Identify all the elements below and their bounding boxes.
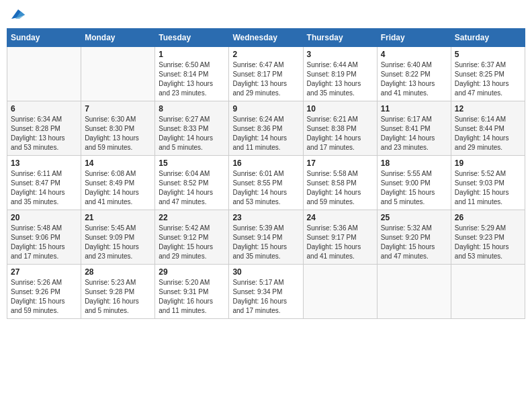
daylight-text: Daylight: 16 hours and 11 minutes.	[159, 297, 225, 316]
sunrise-text: Sunrise: 6:47 AM	[232, 60, 299, 70]
sunrise-text: Sunrise: 6:30 AM	[85, 115, 151, 124]
daylight-text: Daylight: 13 hours and 59 minutes.	[85, 134, 151, 152]
sunrise-text: Sunrise: 6:14 AM	[455, 115, 521, 124]
calendar-table: Sunday Monday Tuesday Wednesday Thursday…	[7, 28, 525, 319]
day-info: Sunrise: 6:17 AMSunset: 8:41 PMDaylight:…	[381, 115, 447, 152]
daylight-text: Daylight: 15 hours and 11 minutes.	[455, 188, 521, 207]
calendar-cell: 27Sunrise: 5:26 AMSunset: 9:26 PMDayligh…	[7, 265, 81, 319]
sunset-text: Sunset: 9:20 PM	[381, 233, 447, 242]
day-info: Sunrise: 5:45 AMSunset: 9:09 PMDaylight:…	[85, 224, 151, 261]
calendar-cell: 1Sunrise: 6:50 AMSunset: 8:14 PMDaylight…	[155, 47, 229, 101]
sunrise-text: Sunrise: 5:52 AM	[455, 169, 521, 179]
sunset-text: Sunset: 9:14 PM	[232, 233, 299, 242]
header-tuesday: Tuesday	[155, 29, 229, 47]
day-number: 8	[159, 104, 225, 113]
day-number: 23	[232, 213, 299, 222]
sunrise-text: Sunrise: 5:39 AM	[232, 224, 299, 233]
calendar-cell: 2Sunrise: 6:47 AMSunset: 8:17 PMDaylight…	[229, 47, 303, 101]
header-sunday: Sunday	[7, 29, 81, 47]
calendar-cell	[451, 265, 525, 319]
day-number: 28	[85, 267, 151, 277]
day-info: Sunrise: 5:39 AMSunset: 9:14 PMDaylight:…	[232, 224, 299, 261]
day-number: 2	[232, 50, 299, 59]
sunset-text: Sunset: 8:58 PM	[307, 179, 373, 188]
calendar-cell: 12Sunrise: 6:14 AMSunset: 8:44 PMDayligh…	[451, 101, 525, 156]
calendar-cell: 30Sunrise: 5:17 AMSunset: 9:34 PMDayligh…	[229, 265, 303, 319]
sunset-text: Sunset: 9:28 PM	[85, 287, 151, 297]
day-number: 16	[232, 158, 299, 168]
header-thursday: Thursday	[303, 29, 377, 47]
day-number: 18	[381, 158, 447, 168]
logo	[9, 7, 25, 23]
day-number: 11	[381, 104, 447, 113]
calendar-cell: 5Sunrise: 6:37 AMSunset: 8:25 PMDaylight…	[451, 47, 525, 101]
sunset-text: Sunset: 9:23 PM	[455, 233, 521, 242]
daylight-text: Daylight: 16 hours and 17 minutes.	[232, 297, 299, 316]
sunrise-text: Sunrise: 6:24 AM	[232, 115, 299, 124]
calendar-cell	[81, 47, 155, 101]
header-monday: Monday	[81, 29, 155, 47]
sunset-text: Sunset: 9:31 PM	[159, 287, 225, 297]
sunset-text: Sunset: 9:06 PM	[11, 233, 77, 242]
day-info: Sunrise: 5:20 AMSunset: 9:31 PMDaylight:…	[159, 278, 225, 316]
calendar-cell	[303, 265, 377, 319]
day-info: Sunrise: 5:42 AMSunset: 9:12 PMDaylight:…	[159, 224, 225, 261]
calendar-cell: 16Sunrise: 6:01 AMSunset: 8:55 PMDayligh…	[229, 156, 303, 210]
daylight-text: Daylight: 15 hours and 5 minutes.	[381, 188, 447, 207]
daylight-text: Daylight: 14 hours and 35 minutes.	[11, 188, 77, 207]
day-number: 24	[307, 213, 373, 222]
logo-wing-icon	[10, 8, 25, 23]
day-info: Sunrise: 6:47 AMSunset: 8:17 PMDaylight:…	[232, 60, 299, 98]
sunset-text: Sunset: 8:36 PM	[232, 124, 299, 134]
day-info: Sunrise: 5:29 AMSunset: 9:23 PMDaylight:…	[455, 224, 521, 261]
day-number: 29	[159, 267, 225, 277]
sunrise-text: Sunrise: 5:42 AM	[159, 224, 225, 233]
sunset-text: Sunset: 8:33 PM	[159, 124, 225, 134]
daylight-text: Daylight: 13 hours and 35 minutes.	[307, 79, 373, 98]
daylight-text: Daylight: 16 hours and 5 minutes.	[85, 297, 151, 316]
calendar-cell: 25Sunrise: 5:32 AMSunset: 9:20 PMDayligh…	[377, 210, 451, 265]
calendar-cell: 10Sunrise: 6:21 AMSunset: 8:38 PMDayligh…	[303, 101, 377, 156]
sunrise-text: Sunrise: 5:26 AM	[11, 278, 77, 287]
day-number: 22	[159, 213, 225, 222]
sunset-text: Sunset: 9:00 PM	[381, 179, 447, 188]
daylight-text: Daylight: 14 hours and 17 minutes.	[307, 134, 373, 152]
sunrise-text: Sunrise: 6:27 AM	[159, 115, 225, 124]
sunset-text: Sunset: 8:14 PM	[159, 70, 225, 79]
daylight-text: Daylight: 14 hours and 29 minutes.	[455, 134, 521, 152]
daylight-text: Daylight: 13 hours and 41 minutes.	[381, 79, 447, 98]
sunrise-text: Sunrise: 5:45 AM	[85, 224, 151, 233]
sunset-text: Sunset: 8:38 PM	[307, 124, 373, 134]
day-info: Sunrise: 5:48 AMSunset: 9:06 PMDaylight:…	[11, 224, 77, 261]
day-info: Sunrise: 6:37 AMSunset: 8:25 PMDaylight:…	[455, 60, 521, 98]
header-wednesday: Wednesday	[229, 29, 303, 47]
calendar-cell: 26Sunrise: 5:29 AMSunset: 9:23 PMDayligh…	[451, 210, 525, 265]
daylight-text: Daylight: 14 hours and 41 minutes.	[85, 188, 151, 207]
sunrise-text: Sunrise: 6:21 AM	[307, 115, 373, 124]
sunset-text: Sunset: 8:30 PM	[85, 124, 151, 134]
day-info: Sunrise: 6:40 AMSunset: 8:22 PMDaylight:…	[381, 60, 447, 98]
calendar-cell: 24Sunrise: 5:36 AMSunset: 9:17 PMDayligh…	[303, 210, 377, 265]
daylight-text: Daylight: 15 hours and 29 minutes.	[159, 242, 225, 261]
sunset-text: Sunset: 8:22 PM	[381, 70, 447, 79]
day-number: 19	[455, 158, 521, 168]
day-info: Sunrise: 6:34 AMSunset: 8:28 PMDaylight:…	[11, 115, 77, 152]
calendar-week-row: 20Sunrise: 5:48 AMSunset: 9:06 PMDayligh…	[7, 210, 525, 265]
day-number: 26	[455, 213, 521, 222]
day-info: Sunrise: 5:23 AMSunset: 9:28 PMDaylight:…	[85, 278, 151, 316]
daylight-text: Daylight: 15 hours and 41 minutes.	[307, 242, 373, 261]
day-info: Sunrise: 6:14 AMSunset: 8:44 PMDaylight:…	[455, 115, 521, 152]
calendar-cell	[7, 47, 81, 101]
day-number: 3	[307, 50, 373, 59]
sunrise-text: Sunrise: 6:34 AM	[11, 115, 77, 124]
sunset-text: Sunset: 8:19 PM	[307, 70, 373, 79]
day-info: Sunrise: 6:21 AMSunset: 8:38 PMDaylight:…	[307, 115, 373, 152]
daylight-text: Daylight: 13 hours and 47 minutes.	[455, 79, 521, 98]
calendar-cell: 19Sunrise: 5:52 AMSunset: 9:03 PMDayligh…	[451, 156, 525, 210]
sunrise-text: Sunrise: 5:17 AM	[232, 278, 299, 287]
sunrise-text: Sunrise: 5:55 AM	[381, 169, 447, 179]
daylight-text: Daylight: 14 hours and 53 minutes.	[232, 188, 299, 207]
day-info: Sunrise: 5:32 AMSunset: 9:20 PMDaylight:…	[381, 224, 447, 261]
sunrise-text: Sunrise: 6:01 AM	[232, 169, 299, 179]
calendar-week-row: 13Sunrise: 6:11 AMSunset: 8:47 PMDayligh…	[7, 156, 525, 210]
